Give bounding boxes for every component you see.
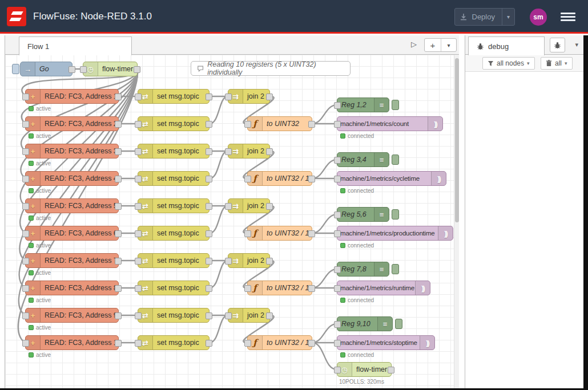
mqtt-out-node[interactable]: machine/1/metrics/stoptime)) <box>337 335 435 350</box>
node-status: connected <box>340 352 374 358</box>
node-label: READ: FC3, Address 5 <box>41 202 118 210</box>
trash-icon <box>546 60 552 67</box>
debug-toggle-button[interactable] <box>392 264 399 274</box>
comment-node[interactable]: Reading 10 registers (5 x UINT32) indivi… <box>191 61 351 76</box>
deploy-button[interactable]: Deploy ▾ <box>454 8 515 26</box>
change-icon: ⇄ <box>138 254 153 267</box>
flow-timer-node[interactable]: ◷ flow-timer <box>83 62 138 76</box>
function-node[interactable]: ƒto UINT32 / 100 <box>247 335 312 350</box>
node-label: Reg 3,4 <box>337 156 374 164</box>
flowfuse-logo[interactable] <box>7 7 26 26</box>
node-label: machine/1/metrics/count <box>337 120 428 127</box>
function-node[interactable]: ƒto UINT32 / 100 <box>247 281 312 295</box>
change-node[interactable]: ⇄set msg.topic <box>138 253 210 268</box>
status-text: connected <box>348 352 374 358</box>
change-icon: ⇄ <box>138 199 153 213</box>
bug-icon <box>477 43 484 50</box>
modbus-read-node[interactable]: +READ: FC3, Address 1 <box>25 89 119 104</box>
debug-sidebar-icon: ≡ <box>374 153 389 166</box>
function-node[interactable]: ƒto UINT32 <box>247 116 312 131</box>
debug-toggle-button[interactable] <box>392 209 399 220</box>
change-node[interactable]: ⇄set msg.topic <box>138 171 210 186</box>
bug-icon <box>554 42 561 49</box>
menu-bar-icon <box>561 16 575 18</box>
modbus-read-node[interactable]: +READ: FC3, Address 4 <box>25 171 119 186</box>
join-node[interactable]: ⇉join 2 <box>228 253 270 268</box>
change-node[interactable]: ⇄set msg.topic <box>138 89 210 104</box>
debug-clear-button[interactable]: all ▾ <box>541 57 573 70</box>
function-node[interactable]: ƒto UINT32 / 100 <box>247 226 312 241</box>
change-node[interactable]: ⇄set msg.topic <box>138 281 210 295</box>
debug-node[interactable]: Reg 7,8≡ <box>337 262 389 277</box>
inject-node[interactable]: → Go <box>20 62 73 76</box>
debug-node[interactable]: Reg 3,4≡ <box>337 152 389 167</box>
canvas-vertical-scrollbar[interactable] <box>454 55 459 390</box>
debug-node[interactable]: Reg 1,2≡ <box>337 98 389 112</box>
user-avatar[interactable]: sm <box>530 9 547 26</box>
flow-timer-node[interactable]: ◷ flow-timer <box>337 362 392 377</box>
modbus-read-node[interactable]: +READ: FC3, Address 7 <box>25 253 119 268</box>
debug-toolbar: all nodes ▾ all ▾ <box>465 55 583 72</box>
main-menu-button[interactable] <box>561 11 575 23</box>
change-node[interactable]: ⇄set msg.topic <box>138 198 210 213</box>
mqtt-out-node[interactable]: machine/1/metrics/cycletime)) <box>337 171 446 186</box>
status-text: active <box>36 270 51 276</box>
status-dot-icon <box>29 161 34 166</box>
function-node[interactable]: ƒto UINT32 / 100 <box>247 171 312 186</box>
modbus-read-icon: + <box>26 144 41 158</box>
node-status: connected <box>340 242 374 249</box>
inject-button[interactable] <box>12 64 19 74</box>
modbus-read-node[interactable]: +READ: FC3, Address 5 <box>25 198 119 213</box>
join-node[interactable]: ⇉join 2 <box>228 198 270 213</box>
deploy-options-chevron-icon[interactable]: ▾ <box>502 14 514 20</box>
node-status: active <box>29 160 51 166</box>
change-node[interactable]: ⇄set msg.topic <box>138 308 210 323</box>
logo-bar-icon <box>9 18 21 21</box>
node-label: machine/1/metrics/cycletime <box>337 175 431 182</box>
modbus-read-node[interactable]: +READ: FC3, Address 10 <box>25 335 119 350</box>
debug-toggle-button[interactable] <box>392 100 399 110</box>
modbus-read-node[interactable]: +READ: FC3, Address 6 <box>25 226 119 241</box>
status-text: connected <box>348 297 374 303</box>
change-node[interactable]: ⇄set msg.topic <box>138 116 210 131</box>
timer-clock-icon: ◷ <box>83 62 98 76</box>
debug-toggle-button[interactable] <box>395 319 402 329</box>
debug-node[interactable]: Reg 5,6≡ <box>337 207 389 222</box>
flow-canvas[interactable]: → Go ◷ flow-timer Reading 10 registers (… <box>5 55 459 390</box>
play-icon[interactable]: ▷ <box>411 40 417 48</box>
mqtt-out-node[interactable]: machine/1/metrics/productiontime)) <box>337 226 453 241</box>
change-icon: ⇄ <box>138 336 153 350</box>
modbus-read-node[interactable]: +READ: FC3, Address 3 <box>25 144 119 159</box>
join-node[interactable]: ⇉join 2 <box>228 89 270 104</box>
change-node[interactable]: ⇄set msg.topic <box>138 144 210 159</box>
add-flow-button[interactable]: + <box>425 40 441 50</box>
mqtt-out-node[interactable]: machine/1/metrics/runtime)) <box>337 281 430 295</box>
change-node[interactable]: ⇄set msg.topic <box>138 226 210 241</box>
modbus-read-node[interactable]: +READ: FC3, Address 2 <box>25 116 119 131</box>
join-node[interactable]: ⇉join 2 <box>228 308 270 323</box>
modbus-read-node[interactable]: +READ: FC3, Address 9 <box>25 308 119 323</box>
join-node[interactable]: ⇉join 2 <box>228 144 270 159</box>
modbus-read-node[interactable]: +READ: FC3, Address 8 <box>25 281 119 295</box>
flow-list-chevron-icon[interactable]: ▾ <box>441 42 456 48</box>
change-icon: ⇄ <box>138 308 153 322</box>
join-icon: ⇉ <box>228 144 243 158</box>
debug-filter-button[interactable]: all nodes ▾ <box>482 57 535 70</box>
workspace-tabbar: Flow 1 ▷ + ▾ <box>5 35 459 55</box>
comment-text: Reading 10 registers (5 x UINT32) indivi… <box>207 60 344 76</box>
sidebar-menu-chevron-icon[interactable]: ▾ <box>575 41 578 48</box>
function-icon: ƒ <box>248 336 263 350</box>
tab-flow-1[interactable]: Flow 1 <box>19 36 132 55</box>
debug-node[interactable]: Reg 9,10≡ <box>337 316 393 331</box>
open-debug-window-button[interactable] <box>550 38 565 52</box>
chevron-down-icon: ▾ <box>565 60 567 66</box>
tab-debug[interactable]: debug <box>468 36 545 55</box>
scrollbar-thumb[interactable] <box>455 58 459 222</box>
change-node[interactable]: ⇄set msg.topic <box>138 335 210 350</box>
debug-toggle-button[interactable] <box>392 155 399 165</box>
node-label: set msg.topic <box>153 339 209 347</box>
deploy-icon <box>455 13 472 21</box>
mqtt-out-node[interactable]: machine/1/metrics/count)) <box>337 116 443 131</box>
modbus-read-icon: + <box>26 336 41 350</box>
status-text: 10POLLS: 320ms <box>339 379 384 385</box>
